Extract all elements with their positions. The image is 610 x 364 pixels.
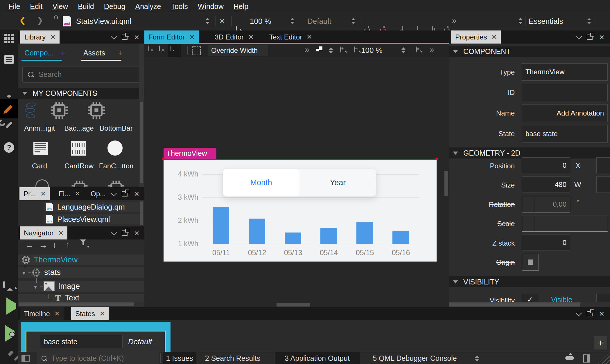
search-input[interactable] — [38, 70, 132, 79]
close-icon[interactable] — [58, 228, 64, 237]
tree-item-stats[interactable]: ▾ stats — [18, 267, 144, 278]
canvas-overflow-icon[interactable]: » — [305, 46, 309, 54]
canvas-zoom-spinner[interactable] — [401, 46, 406, 54]
close-icon[interactable] — [41, 189, 46, 198]
chevron-down-icon[interactable] — [111, 190, 117, 196]
resize-grip[interactable] — [598, 352, 610, 364]
component-item[interactable]: BottomBar — [97, 124, 135, 132]
kit-selector-icon[interactable] — [3, 281, 5, 288]
override-width-field[interactable]: Override Width — [208, 45, 268, 56]
anchor-a-icon[interactable]: A — [159, 46, 160, 51]
output-pane-qml-debugger[interactable]: 5 QML Debugger Console — [364, 352, 466, 364]
file-row[interactable]: qml PlacesView.qml — [44, 214, 144, 224]
kit-selector[interactable]: Default — [307, 17, 331, 26]
canvas-vscrollbar[interactable] — [444, 171, 448, 196]
collapse-triangle-icon[interactable] — [22, 92, 27, 95]
collapse-triangle-icon[interactable] — [453, 50, 458, 53]
undock-icon[interactable] — [122, 191, 128, 197]
run-button[interactable] — [6, 298, 16, 315]
close-icon[interactable] — [248, 33, 254, 42]
toolbar-overflow-icon[interactable]: » — [452, 17, 457, 25]
chevron-down-icon[interactable] — [111, 33, 117, 39]
file-row[interactable]: qml LanguageDialog.qm — [44, 202, 144, 212]
menu-help[interactable]: Help — [229, 2, 253, 11]
tree-item-thermoview[interactable]: ThermoView — [18, 255, 144, 265]
filter-icon[interactable] — [80, 239, 86, 248]
month-year-toggle[interactable]: Month Year — [223, 169, 376, 197]
move-left-icon[interactable]: ← — [25, 240, 34, 250]
navigator-hscrollbar[interactable] — [18, 302, 144, 307]
output-pane-spinner[interactable] — [475, 354, 479, 362]
style-spinner-left[interactable] — [518, 17, 523, 25]
tab-text-editor[interactable]: Text Editor — [265, 30, 316, 44]
add-asset-icon[interactable]: + — [118, 49, 122, 57]
preview-zoom-spinner[interactable] — [290, 17, 295, 25]
undock-icon[interactable] — [587, 311, 593, 316]
canvas-hscrollbar[interactable] — [277, 303, 310, 307]
form-editor-canvas[interactable]: ThermoView 1 kWh2 kWh3 kWh4 kWh05/1105/1… — [144, 57, 449, 307]
visible-checkbox[interactable]: ✓ — [522, 294, 538, 302]
back-icon[interactable]: ❮ — [19, 16, 26, 24]
locator[interactable] — [37, 352, 159, 364]
visible-checkbox-clipped[interactable] — [596, 294, 610, 302]
kit-spinner[interactable] — [351, 17, 356, 25]
menu-file[interactable]: File — [3, 2, 25, 11]
library-search-box[interactable] — [22, 66, 144, 83]
zoom-fit-icon[interactable]: × — [416, 46, 417, 53]
expand-arrow-icon[interactable]: ▾ — [34, 283, 37, 290]
menu-edit[interactable]: Edit — [25, 2, 47, 11]
close-icon[interactable] — [100, 309, 105, 318]
style-selector[interactable]: Essentials — [529, 17, 563, 26]
zstack-field[interactable]: 0 — [522, 235, 570, 251]
scale-field[interactable] — [522, 215, 608, 232]
properties-hscrollbar[interactable] — [449, 302, 610, 307]
tab-assets[interactable]: Assets + — [83, 49, 122, 57]
tab-properties[interactable]: Properties — [451, 30, 501, 44]
expand-arrow-icon[interactable]: ▾ — [22, 269, 25, 276]
move-up-icon[interactable]: ↑ — [66, 240, 70, 250]
geometry-section-header[interactable]: GEOMETRY - 2D — [449, 147, 610, 158]
add-component-icon[interactable]: + — [61, 49, 65, 57]
component-section-header[interactable]: COMPONENT — [449, 46, 610, 57]
bounds-icon[interactable] — [192, 46, 201, 55]
canvas-overflow2-icon[interactable]: » — [430, 46, 434, 54]
menu-tools[interactable]: Tools — [166, 2, 193, 11]
bar-chart[interactable]: 1 kWh2 kWh3 kWh4 kWh05/1105/1205/1305/14… — [164, 160, 437, 262]
origin-selector[interactable] — [522, 254, 539, 271]
undock-icon[interactable] — [122, 35, 128, 40]
tab-filesystem[interactable]: Fi... — [55, 187, 84, 200]
type-field[interactable]: ThermoView — [522, 63, 608, 81]
name-field[interactable]: Add Annotation — [522, 104, 608, 122]
chevron-down-icon[interactable] — [111, 229, 117, 235]
size-w-field[interactable]: 480 — [522, 176, 570, 192]
close-icon[interactable] — [55, 309, 60, 318]
tab-states[interactable]: States — [71, 307, 109, 320]
zoom-out-icon[interactable]: − — [354, 46, 355, 53]
tab-timeline[interactable]: Timeline — [20, 307, 64, 320]
welcome-mode-icon[interactable] — [4, 34, 7, 36]
undock-icon[interactable] — [587, 35, 593, 40]
component-item[interactable]: CardRow — [60, 162, 98, 170]
close-icon[interactable] — [491, 33, 497, 42]
zoom-in-icon[interactable]: + — [340, 46, 341, 53]
output-pane-search-results[interactable]: 2 Search Results — [197, 352, 268, 364]
move-down-icon[interactable]: ↓ — [52, 240, 57, 250]
menu-analyze[interactable]: Analyze — [130, 2, 166, 11]
tab-open-documents[interactable]: Op... — [87, 187, 110, 200]
move-right-icon[interactable]: → — [39, 240, 48, 250]
sidebar-toggle-icon[interactable] — [21, 355, 30, 362]
tree-item-image[interactable]: ▾ Image — [18, 281, 144, 292]
collapse-triangle-icon[interactable] — [453, 152, 458, 155]
menu-view[interactable]: View — [47, 2, 73, 11]
tab-projects[interactable]: Pr... — [19, 187, 50, 200]
component-item[interactable]: FanC...tton — [97, 162, 135, 170]
close-icon[interactable] — [75, 189, 80, 198]
close-panel-icon[interactable] — [599, 33, 604, 42]
close-icon[interactable] — [50, 33, 55, 42]
state-field[interactable]: base state — [522, 125, 608, 143]
output-panel-toggle-icon[interactable] — [583, 354, 590, 363]
position-y-field-clipped[interactable] — [596, 157, 610, 173]
tab-navigator[interactable]: Navigator — [20, 226, 67, 239]
tab-form-editor[interactable]: Form Editor — [144, 30, 199, 44]
anchor-fill-active[interactable]: ▪ — [168, 44, 181, 57]
